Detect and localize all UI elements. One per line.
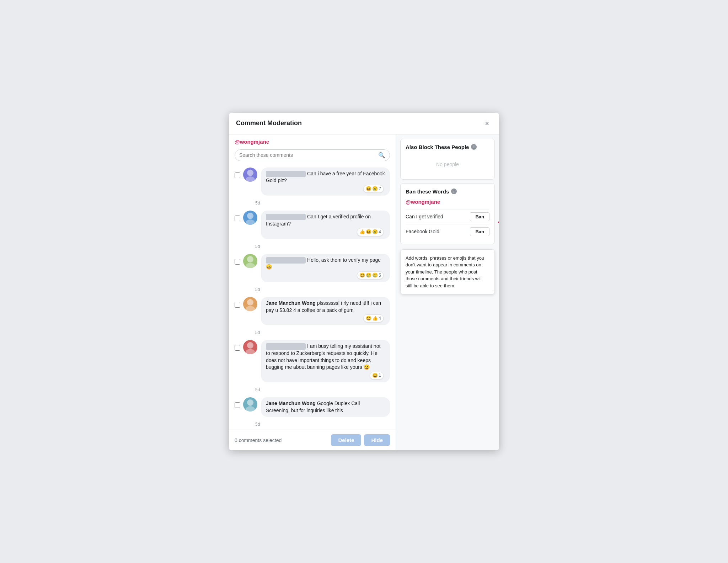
- reaction-emoji: 😆: [359, 272, 365, 278]
- comment-bubble: ██████████Can I get a verified profile o…: [261, 211, 390, 239]
- reaction-count: 1: [379, 372, 381, 378]
- ban-username: @wongmjane: [406, 199, 489, 205]
- blurred-author: ██████████: [266, 343, 306, 350]
- also-block-title: Also Block These People i: [406, 144, 489, 150]
- comment-timestamp: 5d: [235, 329, 390, 338]
- list-item: Jane Manchun Wong plsssssss! i rly need …: [235, 295, 390, 327]
- comment-checkbox[interactable]: [235, 345, 240, 351]
- list-item: Jane Manchun Wong Google Duplex Call Scr…: [235, 395, 390, 419]
- svg-point-2: [247, 213, 253, 219]
- modal-title: Comment Moderation: [236, 119, 302, 127]
- comment-content: Jane Manchun Wong Google Duplex Call Scr…: [261, 397, 390, 417]
- search-input[interactable]: [239, 152, 378, 158]
- list-item: ██████████Can I get a verified profile o…: [235, 208, 390, 241]
- reaction-emoji: 👍: [372, 315, 378, 322]
- reaction-badge: 😆👍4: [363, 314, 384, 322]
- ban-words-title: Ban these Words i: [406, 188, 489, 195]
- blurred-author: ██████████: [266, 257, 306, 264]
- left-panel: @wongmjane 🔍 ██████████Can i have a free…: [229, 134, 396, 450]
- reaction-badge: 😆1: [370, 372, 384, 379]
- list-item: ██████████I am busy telling my assistant…: [235, 338, 390, 384]
- avatar: [243, 340, 257, 354]
- comment-bubble: ██████████Can i have a free year of Face…: [261, 168, 390, 196]
- avatar: [243, 397, 257, 411]
- svg-point-9: [246, 349, 255, 354]
- reactions-row: 😆😢7: [266, 185, 384, 193]
- ban-words-label: Ban these Words: [406, 188, 449, 195]
- reactions-row: 😆👍4: [266, 314, 384, 322]
- svg-point-1: [246, 176, 255, 182]
- modal-body: @wongmjane 🔍 ██████████Can i have a free…: [229, 134, 499, 450]
- ban-button[interactable]: Ban: [470, 227, 489, 236]
- also-block-label: Also Block These People: [406, 144, 469, 150]
- tooltip-text: Add words, phrases or emojis that you do…: [406, 255, 484, 288]
- user-header: @wongmjane: [229, 134, 396, 147]
- svg-point-0: [247, 170, 253, 176]
- comment-timestamp: 5d: [235, 286, 390, 295]
- reactions-row: 😆😢😢5: [266, 271, 384, 279]
- svg-point-11: [246, 406, 255, 411]
- comment-content: ██████████I am busy telling my assistant…: [261, 340, 390, 382]
- svg-point-6: [247, 299, 253, 306]
- svg-point-4: [247, 256, 253, 262]
- blurred-author: ██████████: [266, 214, 306, 220]
- reaction-emoji: 😢: [372, 272, 378, 278]
- svg-point-7: [246, 306, 255, 311]
- tooltip-card: Add words, phrases or emojis that you do…: [400, 249, 495, 295]
- ban-row: Facebook GoldBan: [406, 224, 489, 239]
- comment-checkbox[interactable]: [235, 172, 240, 178]
- reaction-emoji: 😆: [372, 372, 378, 379]
- avatar: [243, 297, 257, 311]
- arrow-annotation: [493, 180, 499, 226]
- also-block-info-icon: i: [471, 144, 477, 150]
- comment-content: Jane Manchun Wong plsssssss! i rly need …: [261, 297, 390, 325]
- comment-checkbox[interactable]: [235, 402, 240, 408]
- comment-moderation-modal: Comment Moderation × @wongmjane 🔍 ██████…: [229, 113, 499, 450]
- reaction-badge: 😆😢7: [363, 185, 384, 193]
- comment-content: ██████████Can i have a free year of Face…: [261, 168, 390, 196]
- reaction-count: 7: [379, 186, 381, 192]
- reaction-emoji: 😆: [366, 186, 371, 192]
- modal-header: Comment Moderation ×: [229, 113, 499, 134]
- comment-bubble: ██████████Hello, ask them to verify my p…: [261, 254, 390, 282]
- comment-checkbox[interactable]: [235, 216, 240, 221]
- comment-checkbox[interactable]: [235, 302, 240, 308]
- reaction-badge: 😆😢😢5: [357, 271, 384, 279]
- reaction-emoji: 👍: [359, 229, 365, 235]
- ban-rows: Can I get verifiedBanFacebook GoldBan: [406, 209, 489, 239]
- svg-point-3: [246, 219, 255, 225]
- list-item: ██████████Can i have a free year of Face…: [235, 165, 390, 198]
- comment-bubble: Jane Manchun Wong Google Duplex Call Scr…: [261, 397, 390, 417]
- modal-footer: 0 comments selected Delete Hide: [229, 430, 396, 450]
- comment-bubble: Jane Manchun Wong plsssssss! i rly need …: [261, 297, 390, 325]
- ban-row: Can I get verifiedBan: [406, 209, 489, 224]
- comment-timestamp: 5d: [235, 420, 390, 430]
- reaction-emoji: 😢: [366, 272, 371, 278]
- ban-button[interactable]: Ban: [470, 212, 489, 221]
- comment-timestamp: 5d: [235, 199, 390, 208]
- reaction-emoji: 😆: [366, 315, 371, 322]
- comments-list: ██████████Can i have a free year of Face…: [229, 165, 396, 430]
- avatar: [243, 211, 257, 225]
- reaction-count: 4: [379, 229, 381, 235]
- reaction-emoji: 😢: [372, 229, 378, 235]
- delete-button[interactable]: Delete: [331, 434, 361, 446]
- ban-words-card: Ban these Words i @wongmjane Can I get v…: [400, 183, 495, 244]
- avatar: [243, 254, 257, 268]
- comment-timestamp: 5d: [235, 386, 390, 395]
- also-block-card: Also Block These People i No people: [400, 139, 495, 180]
- avatar: [243, 168, 257, 182]
- close-button[interactable]: ×: [482, 118, 492, 128]
- reaction-count: 4: [379, 315, 381, 322]
- no-people-text: No people: [406, 154, 489, 174]
- comment-content: ██████████Hello, ask them to verify my p…: [261, 254, 390, 282]
- right-panel: Also Block These People i No people Ban …: [396, 134, 499, 450]
- hide-button[interactable]: Hide: [364, 434, 390, 446]
- comment-checkbox[interactable]: [235, 259, 240, 265]
- ban-words-info-icon[interactable]: i: [451, 188, 457, 194]
- comment-author: Jane Manchun Wong: [266, 300, 317, 306]
- reactions-row: 👍😆😢4: [266, 228, 384, 236]
- list-item: ██████████Hello, ask them to verify my p…: [235, 252, 390, 284]
- username-link[interactable]: @wongmjane: [235, 139, 269, 145]
- svg-point-8: [247, 342, 253, 349]
